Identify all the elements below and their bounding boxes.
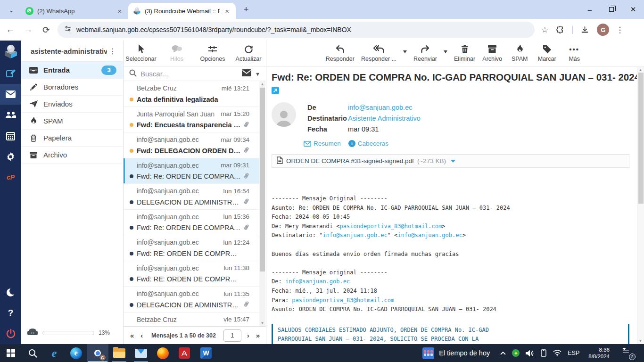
message-list-item[interactable]: Betzabe Cruz mié 13:21 Acta definitiva l… [124, 81, 260, 107]
message-status-dot[interactable] [130, 226, 133, 230]
message-status-dot[interactable] [130, 98, 133, 101]
message-list-item[interactable]: info@sanjuan.gob.ec mar 09:31 Fwd: Re: O… [124, 158, 260, 184]
sender-address-link[interactable]: info@sanjuan.gob.ec [348, 102, 412, 113]
message-list-item[interactable]: Betzabe Cruz vie 15:47 [124, 313, 260, 327]
reply-button[interactable]: Responder [326, 44, 355, 62]
more-button[interactable]: ••• Más [564, 44, 585, 62]
tab-close-icon[interactable]: × [116, 7, 124, 15]
edge-icon[interactable]: e [65, 344, 87, 362]
message-list-item[interactable]: Junta Parroquial San Juan mar 15:20 Fwd:… [124, 107, 260, 133]
volume-icon[interactable] [526, 350, 534, 357]
notification-center-icon[interactable]: 2 [621, 348, 633, 358]
message-list-item[interactable]: info@sanjuan.gob.ec lun 11:38 Fwd: RE: O… [124, 261, 260, 287]
message-status-dot[interactable] [130, 303, 133, 307]
options-button[interactable]: Opciones [197, 44, 228, 62]
next-page-button[interactable]: › [246, 331, 250, 339]
file-explorer-icon[interactable] [108, 344, 130, 362]
headers-link[interactable]: i Cabeceras [348, 140, 388, 147]
delete-button[interactable]: Eliminar [454, 44, 475, 62]
prev-page-button[interactable]: ‹ [140, 331, 144, 339]
message-status-dot[interactable] [130, 174, 133, 178]
taskbar-search-button[interactable] [22, 344, 43, 362]
archive-button[interactable]: Archivo [482, 44, 503, 62]
message-status-dot[interactable] [130, 123, 133, 127]
summary-link[interactable]: Resumen [304, 140, 341, 147]
message-list-item[interactable]: info@sanjuan.gob.ec lun 16:54 DELEGACION… [124, 184, 260, 210]
forward-menu-caret-icon[interactable] [444, 50, 447, 53]
tab-roundcube[interactable]: (3) Roundcube Webmail :: Entra × [128, 3, 236, 19]
window-close-button[interactable]: ✕ [622, 0, 644, 19]
message-list-item[interactable]: info@sanjuan.gob.ec lun 11:35 DELEGACION… [124, 287, 260, 313]
mail-nav-button[interactable] [0, 84, 21, 105]
email-address-link[interactable]: pasiondeportiva_83@hotmail.com [292, 297, 394, 304]
window-minimize-button[interactable]: – [579, 0, 601, 19]
browser-menu-icon[interactable]: ⋮ [616, 25, 624, 35]
folder-sent[interactable]: Enviados [21, 96, 123, 113]
wifi-icon[interactable] [553, 350, 561, 356]
cpanel-icon[interactable]: cP [0, 167, 21, 188]
threads-button[interactable]: Hilos [161, 44, 192, 62]
folder-menu-icon[interactable]: ⋮ [107, 47, 118, 56]
folder-spam[interactable]: SPAM [21, 113, 123, 130]
message-status-dot[interactable] [130, 149, 133, 153]
folder-trash[interactable]: Papelera [21, 130, 123, 147]
attachment-menu-caret-icon[interactable] [451, 160, 455, 163]
page-number-input[interactable] [223, 329, 241, 342]
message-status-dot[interactable] [130, 277, 133, 281]
acrobat-icon[interactable] [173, 344, 195, 362]
open-external-icon[interactable] [272, 87, 279, 94]
first-page-button[interactable]: « [129, 331, 135, 339]
logout-icon[interactable] [0, 323, 21, 344]
internet-explorer-icon[interactable]: e [43, 344, 65, 362]
folder-drafts[interactable]: Borradores [21, 79, 123, 96]
message-status-dot[interactable] [130, 252, 133, 255]
folder-inbox[interactable]: Entrada 3 [21, 62, 123, 79]
dark-mode-icon[interactable] [0, 282, 21, 303]
scrollbar-thumb[interactable] [260, 88, 265, 272]
site-settings-icon[interactable] [64, 25, 72, 34]
email-address-link[interactable]: info@sanjuan.gob.ec [397, 232, 462, 239]
compose-button[interactable] [0, 63, 21, 84]
message-status-dot[interactable] [130, 200, 133, 204]
scroll-down-icon[interactable]: ▼ [637, 339, 644, 343]
extensions-icon[interactable] [556, 25, 565, 34]
tab-whatsapp[interactable]: (2) WhatsApp × [21, 3, 128, 19]
window-restore-button[interactable] [601, 0, 622, 19]
message-list-item[interactable]: info@sanjuan.gob.ec lun 15:36 Fwd: Re: O… [124, 210, 260, 236]
reload-button[interactable]: ⟳ [39, 22, 54, 37]
contacts-nav-button[interactable] [0, 105, 21, 125]
spam-button[interactable]: SPAM [509, 44, 530, 62]
antivirus-tray-icon[interactable]: ✦ [512, 349, 520, 357]
firefox-icon[interactable] [152, 344, 173, 362]
attachment-row[interactable]: ORDEN DE COMPRA #31-signed-signed.pdf (~… [272, 154, 629, 168]
folder-archive[interactable]: Archivo [21, 147, 123, 164]
last-page-button[interactable]: » [255, 331, 261, 339]
settings-nav-button[interactable] [0, 146, 21, 167]
start-button[interactable] [0, 344, 22, 362]
taskbar-clock[interactable]: 8:36 8/8/2024 [586, 346, 612, 360]
search-input[interactable] [140, 70, 238, 78]
email-address-link[interactable]: pasiondeportiva_83@hotmail.com [340, 223, 442, 230]
scroll-up-icon[interactable]: ▲ [259, 82, 265, 86]
attachment-name[interactable]: ORDEN DE COMPRA #31-signed-signed.pdf [286, 157, 414, 165]
scroll-down-icon[interactable]: ▼ [259, 321, 265, 325]
chrome-icon[interactable]: G [87, 344, 108, 362]
bookmark-star-icon[interactable]: ☆ [541, 25, 548, 35]
tab-search-button[interactable]: ⌄ [5, 3, 18, 16]
phone-link-icon[interactable] [540, 349, 547, 357]
weather-widget[interactable]: El tiempo de hoy [417, 344, 495, 362]
mark-button[interactable]: Marcar [537, 44, 557, 62]
select-button[interactable]: Seleccionar [125, 44, 157, 62]
forward-button[interactable]: Reenviar [413, 44, 437, 62]
downloads-icon[interactable] [580, 25, 589, 34]
tray-expand-icon[interactable] [500, 351, 506, 355]
message-list-item[interactable]: info@sanjuan.gob.ec mar 09:34 Fwd: DELEG… [124, 132, 260, 158]
reply-menu-caret-icon[interactable] [403, 50, 407, 53]
search-options-chevron-icon[interactable]: ▼ [255, 71, 260, 77]
recipient-link[interactable]: Asistente Administrativo [348, 113, 421, 124]
reply-all-button[interactable]: Responder ... [361, 44, 396, 62]
list-scrollbar[interactable]: ▲ ▼ [259, 81, 265, 326]
help-icon[interactable]: ? [0, 303, 21, 323]
calendar-nav-button[interactable] [0, 125, 21, 146]
email-address-link[interactable]: info@sanjuan.gob.ec [322, 232, 387, 239]
